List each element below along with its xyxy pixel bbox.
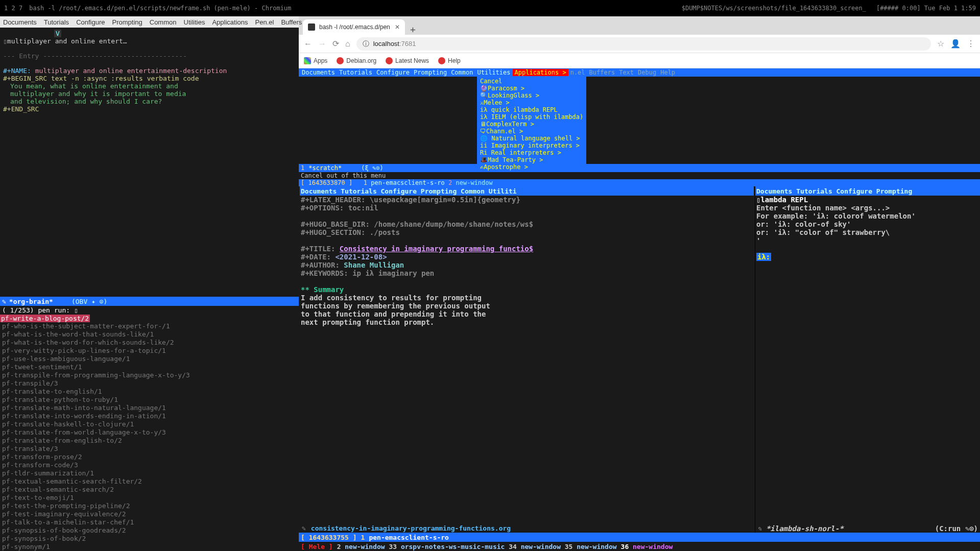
home-button[interactable]: ⌂ (345, 39, 350, 49)
pen-list-item[interactable]: pf-transform-prose/2 (2, 453, 297, 461)
end-src: #+END_SRC (3, 105, 296, 113)
pen-list-item[interactable]: pf-synopsis-of-book-goodreads/2 (2, 526, 297, 535)
tmux-window[interactable]: 35 new-window (565, 543, 617, 550)
menu-applications[interactable]: Applications (212, 18, 248, 26)
bookmark-news[interactable]: Latest News (386, 57, 429, 64)
bookmark-apps[interactable]: Apps (304, 57, 327, 64)
chromium-window: bash -l /root/.emacs.d/pen ✕ + ← → ⟳ ⌂ ⓘ… (299, 16, 980, 551)
tab-strip[interactable]: bash -l /root/.emacs.d/pen ✕ + (299, 16, 980, 35)
back-button[interactable]: ← (304, 39, 312, 49)
menu-configure[interactable]: Configure (76, 18, 105, 26)
pen-list-item[interactable]: pf-synopsis-of-book/2 (2, 535, 297, 543)
selected-pen-item[interactable]: pf-write-a-blog-post/2 (0, 315, 299, 322)
pen-list-item[interactable]: pf-who-is-the-subject-matter-expert-for-… (2, 322, 297, 330)
pen-list-item[interactable]: pf-transpile/3 (2, 379, 297, 388)
dropdown-item[interactable]: 🖥ComplexTerm > (477, 121, 586, 128)
browser-tab[interactable]: bash -l /root/.emacs.d/pen ✕ (303, 19, 405, 35)
menu-penel[interactable]: Pen.el (255, 18, 274, 26)
menu-utilities[interactable]: Utilities (184, 18, 205, 26)
menu-common[interactable]: Common (150, 18, 177, 26)
forward-button[interactable]: → (318, 39, 326, 49)
doc-pane-menu[interactable]: Documents Tutorials Configure Prompting … (300, 186, 754, 196)
org-heading: multiplayer and online entert… (7, 37, 127, 45)
org-buffer[interactable]: V ▯multiplayer and online entert… --- En… (1, 29, 298, 114)
pen-list-item[interactable]: pf-text-to-emoji/1 (2, 494, 297, 502)
emacs-menu-bar[interactable]: Documents Tutorials Configure Prompting … (0, 16, 299, 28)
pen-list-item[interactable]: pf-textual-semantic-search/2 (2, 486, 297, 494)
pen-list-item[interactable]: pf-tldr-summarization/1 (2, 469, 297, 477)
close-icon[interactable]: ✕ (395, 23, 400, 31)
pen-list-item[interactable]: pf-what-is-the-word-that-sounds-like/1 (2, 330, 297, 339)
dropdown-item[interactable]: ii Imaginary interpreters > (477, 142, 586, 149)
pen-list-item[interactable]: pf-test-imaginary-equivalence/2 (2, 510, 297, 518)
pen-list-item[interactable]: pf-test-the-prompting-pipeline/2 (2, 502, 297, 510)
repl-pane[interactable]: Documents Tutorials Configure Prompting … (755, 186, 980, 533)
bookmark-debian[interactable]: Debian.org (337, 57, 376, 64)
pen-list-item[interactable]: pf-synonym/1 (2, 543, 297, 551)
pen-list-item[interactable]: pf-translate-haskell-to-clojure/1 (2, 420, 297, 428)
pen-list-item[interactable]: pf-transpile-from-programming-language-x… (2, 371, 297, 379)
menu-documents[interactable]: Documents (3, 18, 37, 26)
new-tab-button[interactable]: + (410, 24, 416, 35)
applications-dropdown[interactable]: Cancel🔮Paracosm >🔍LookingGlass >⚔Melee >… (477, 77, 586, 172)
repl-modeline: ✎ *ilambda-sh-norl-* (C:run ✎⊙) (755, 524, 980, 533)
pen-list-item[interactable]: pf-translate-to-english/1 (2, 388, 297, 396)
tmux-window[interactable]: 2 new-window (337, 543, 389, 550)
begin-src: #+BEGIN_SRC text -n :async :results verb… (3, 75, 296, 82)
tmux-status-line[interactable]: [ Mele ] 2 new-window 33 orspv-notes-ws-… (299, 542, 980, 551)
site-info-icon[interactable]: ⓘ (363, 39, 369, 49)
menu-tutorials[interactable]: Tutorials (44, 18, 69, 26)
pen-list-item[interactable]: pf-translate-python-to-ruby/1 (2, 396, 297, 404)
repl-prompt[interactable]: iλ: (756, 253, 771, 261)
pen-list-item[interactable]: pf-translate/3 (2, 445, 297, 453)
pen-list-item[interactable]: pf-talk-to-a-michelin-star-chef/1 (2, 518, 297, 526)
dropdown-item[interactable]: Ri Real interpreters > (477, 149, 586, 156)
dropdown-item[interactable]: 🔮Paracosm > (477, 85, 586, 92)
star-icon[interactable]: ☆ (937, 39, 944, 49)
document-pane[interactable]: Documents Tutorials Configure Prompting … (299, 186, 755, 533)
pen-list-item[interactable]: pf-very-witty-pick-up-lines-for-a-topic/… (2, 347, 297, 355)
dropdown-item[interactable]: 🎩Mad Tea-Party > (477, 156, 586, 163)
profile-icon[interactable]: 👤 (950, 39, 961, 49)
tmux-window[interactable]: 33 orspv-notes-ws-music-music (389, 543, 509, 550)
bookmark-help[interactable]: Help (438, 57, 461, 64)
tmux-session-name: [ Mele ] (301, 543, 333, 550)
dropdown-item[interactable]: 🔍LookingGlass > (477, 92, 586, 99)
pen-list-item[interactable]: pf-translate-into-words-ending-in-ation/… (2, 412, 297, 420)
url-field[interactable]: ⓘ localhost:7681 (356, 37, 931, 51)
tmux-window[interactable]: 34 new-window (509, 543, 565, 550)
dropdown-item[interactable]: iλ IELM (elisp with ilambda) (477, 113, 586, 121)
repl-pane-menu[interactable]: Documents Tutorials Configure Prompting (755, 186, 980, 196)
menu-icon[interactable]: ⋮ (967, 39, 975, 49)
dropdown-item[interactable]: 🌐 Natural language shell > (477, 135, 586, 142)
minibuffer-counter[interactable]: ( 1/253) pen run: ▯ (0, 306, 299, 315)
menu-buffers[interactable]: Buffers (281, 18, 302, 26)
menu-prompting[interactable]: Prompting (112, 18, 142, 26)
dropdown-item[interactable]: iλ quick ilambda REPL (477, 106, 586, 113)
inner-menu-bar[interactable]: Documents Tutorials Configure Prompting … (299, 68, 980, 77)
window-title: bash -l /root/.emacs.d/pen.el/scripts/ne… (29, 5, 291, 12)
pen-list-item[interactable]: pf-translate-from-world-language-x-to-y/… (2, 428, 297, 437)
doc-title: Consistency in imaginary programming fun… (340, 245, 533, 253)
pen-list-item[interactable]: pf-use-less-ambiguous-language/1 (2, 355, 297, 363)
scratch-buffer-area[interactable]: 1 *scratch* (ξ ✎⊙) Cancel out of this me… (299, 77, 980, 186)
dropdown-item[interactable]: 🗨Chann.el > (477, 128, 586, 135)
pen-list-item[interactable]: pf-translate-math-into-natural-language/… (2, 404, 297, 412)
pencil-icon: ✎ (302, 524, 306, 532)
reload-button[interactable]: ⟳ (332, 39, 339, 49)
dropdown-item[interactable]: Cancel (477, 78, 586, 85)
workspace-indicator[interactable]: 1 2 7 (4, 5, 22, 12)
menu-applications-highlighted[interactable]: Applications > (513, 69, 568, 76)
tmux-window-active[interactable]: new-window (633, 543, 673, 550)
pen-function-list[interactable]: pf-who-is-the-subject-matter-expert-for-… (0, 322, 299, 551)
pen-list-item[interactable]: pf-translate-from-english-to/2 (2, 437, 297, 445)
pen-list-item[interactable]: pf-what-is-the-word-for-which-sounds-lik… (2, 339, 297, 347)
bookmark-bar[interactable]: Apps Debian.org Latest News Help (299, 53, 980, 68)
pen-list-item[interactable]: pf-tweet-sentiment/1 (2, 363, 297, 371)
pen-list-item[interactable]: pf-transform-code/3 (2, 461, 297, 469)
dropdown-item[interactable]: ⚔Melee > (477, 99, 586, 106)
tab-title: bash -l /root/.emacs.d/pen (319, 23, 390, 31)
left-emacs-pane: Documents Tutorials Configure Prompting … (0, 16, 299, 551)
dropdown-item[interactable]: ✍Apostrophe > (477, 163, 586, 171)
pen-list-item[interactable]: pf-textual-semantic-search-filter/2 (2, 477, 297, 486)
